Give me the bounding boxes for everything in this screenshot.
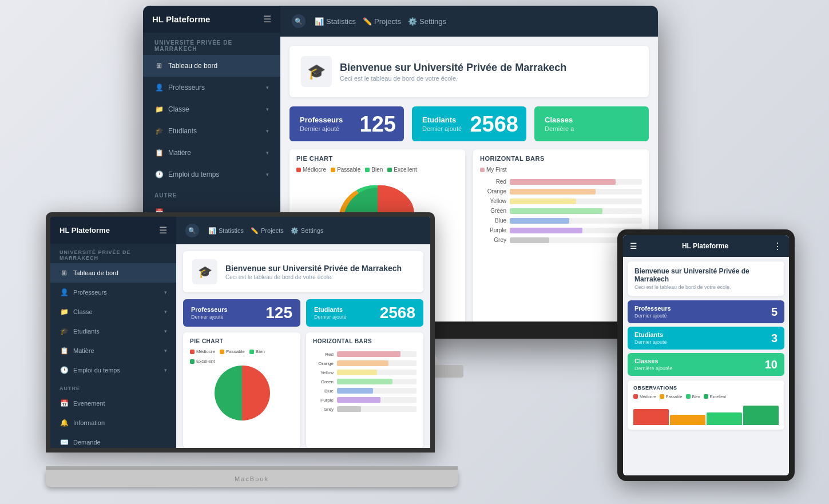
laptop-item-dashboard[interactable]: ⊞ Tableau de bord — [50, 263, 176, 283]
laptop-nav-settings[interactable]: ⚙️ Settings — [291, 227, 324, 235]
desktop-sidebar-item-emploi[interactable]: 🕐 Emploi du temps ▾ — [143, 164, 280, 185]
tablet-obs-bar-bien — [707, 412, 742, 425]
desktop-hamburger[interactable]: ☰ — [263, 14, 271, 25]
tablet-stats: Professeurs Dernier ajouté 5 Etudiants D… — [628, 300, 784, 376]
laptop-item-matiere[interactable]: 📋 Matière ▾ — [50, 341, 176, 360]
laptop-welcome: 🎓 Bienvenue sur Université Privée de Mar… — [183, 251, 423, 292]
hbar-green: Green — [480, 208, 642, 214]
laptop-classe-icon: 📁 — [60, 307, 69, 316]
laptop-hbar-grey: Grey — [313, 406, 417, 412]
laptop-topbar: 🔍 📊 Statistics ✏️ Projects ⚙️ Settings — [176, 217, 430, 244]
laptop-prof-icon: 👤 — [60, 288, 69, 297]
laptop-hbar-container: Red Orange Yellow — [313, 349, 417, 418]
legend-myfirst-label: My First — [486, 166, 507, 173]
desktop-nav-statistics[interactable]: 📊 Statistics — [315, 17, 356, 26]
laptop-item-etudiants[interactable]: 🎓 Etudiants ▾ — [50, 322, 176, 341]
desktop-stat-class-label: Classes — [545, 116, 638, 124]
laptop-stats: Professeurs Dernier ajouté 125 Etudiants… — [183, 299, 423, 327]
professeurs-chevron: ▾ — [266, 85, 269, 90]
emploi-icon: 🕐 — [154, 170, 164, 179]
desktop-nav-projects[interactable]: ✏️ Projects — [363, 17, 401, 26]
laptop-stat-prof: Professeurs Dernier ajouté 125 — [183, 299, 300, 327]
tablet-observations: OBSERVATIONS Médiocre Passable Bien Exce… — [628, 380, 784, 430]
laptop-item-emploi[interactable]: 🕐 Emploi du temps ▾ — [50, 360, 176, 380]
desktop-emploi-label: Emploi du temps — [168, 170, 266, 178]
tablet-more-icon[interactable]: ⋮ — [773, 241, 782, 252]
laptop-etud-chevron: ▾ — [164, 328, 167, 334]
laptop-dem-icon: ✉️ — [60, 438, 69, 447]
laptop-hbar-title: HORIZONTAL BARS — [313, 338, 417, 344]
laptop-item-demande[interactable]: ✉️ Demande — [50, 432, 176, 448]
laptop-brand: HL Plateforme — [60, 226, 110, 235]
desktop-matiere-label: Matière — [168, 149, 266, 157]
desktop-stat-classes: Classes Dernière a — [534, 106, 649, 141]
tablet-topbar: ☰ HL Plateforme ⋮ — [623, 235, 789, 257]
desktop-stat-etud-num: 2568 — [470, 112, 518, 136]
laptop-item-professeurs[interactable]: 👤 Professeurs ▾ — [50, 283, 176, 302]
statistics-icon: 📊 — [315, 17, 324, 26]
emploi-chevron: ▾ — [266, 172, 269, 177]
hbar-orange: Orange — [480, 188, 642, 195]
desktop-search-button[interactable]: 🔍 — [292, 14, 306, 28]
desktop-sidebar-item-etudiants[interactable]: 🎓 Etudiants ▾ — [143, 120, 280, 142]
tablet-obs-bars — [633, 402, 779, 425]
laptop-leg-bien: Bien — [249, 349, 265, 354]
laptop-search[interactable]: 🔍 — [185, 224, 199, 237]
laptop-leg-pas: Passable — [220, 349, 245, 354]
desktop-hbar-title: HORIZONTAL BARS — [480, 155, 642, 162]
tablet-obs-title: OBSERVATIONS — [633, 385, 779, 391]
laptop-item-information[interactable]: 🔔 Information — [50, 413, 176, 432]
laptop-emp-icon: 🕐 — [60, 366, 69, 375]
laptop-mat-chevron: ▾ — [164, 348, 167, 354]
desktop-stat-etudiants: Etudiants Dernier ajouté 2568 — [412, 106, 526, 141]
hbar-yellow: Yellow — [480, 198, 642, 204]
desktop-topbar-nav: 📊 Statistics ✏️ Projects ⚙️ Settings — [315, 17, 446, 26]
laptop-nav-projects[interactable]: ✏️ Projects — [251, 227, 284, 235]
laptop-item-evenement[interactable]: 📅 Evenement — [50, 394, 176, 413]
tablet-leg-bien: Bien — [686, 394, 700, 399]
laptop-hamburger[interactable]: ☰ — [159, 225, 167, 236]
desktop-sidebar-item-classe[interactable]: 📁 Classe ▾ — [143, 98, 280, 120]
laptop-mat-icon: 📋 — [60, 346, 69, 355]
laptop-topbar-nav: 📊 Statistics ✏️ Projects ⚙️ Settings — [208, 227, 324, 235]
legend-myfirst: My First — [480, 166, 507, 173]
laptop-sidebar: HL Plateforme ☰ UNIVERSITÉ PRIVÉE DE MAR… — [50, 217, 176, 448]
tablet-stat-class: Classes Dernière ajoutée 10 — [628, 353, 784, 376]
laptop-hbar-green: Green — [313, 379, 417, 384]
desktop-section2-label: AUTRE — [143, 185, 280, 201]
desktop-welcome-subtitle: Ceci est le tableau de bord de votre éco… — [340, 75, 566, 82]
legend-bien: Bien — [365, 166, 383, 173]
tablet-menu-icon[interactable]: ☰ — [630, 241, 637, 251]
laptop-emp-chevron: ▾ — [164, 367, 167, 373]
tablet-screen: ☰ HL Plateforme ⋮ Bienvenue sur Universi… — [617, 229, 795, 481]
laptop-item-classe[interactable]: 📁 Classe ▾ — [50, 302, 176, 322]
desktop-pie-legend: Médiocre Passable Bien Excellent — [296, 166, 458, 173]
matiere-icon: 📋 — [154, 148, 164, 157]
laptop-welcome-icon: 🎓 — [192, 259, 217, 284]
tablet-obs-bar-exc — [743, 406, 779, 425]
desktop-stat-professeurs: Professeurs Dernier ajouté 125 — [289, 106, 404, 141]
etudiants-chevron: ▾ — [266, 128, 269, 134]
desktop-sidebar-item-dashboard[interactable]: ⊞ Tableau de bord — [143, 55, 280, 77]
desktop-brand: HL Plateforme — [152, 14, 210, 24]
laptop: HL Plateforme ☰ UNIVERSITÉ PRIVÉE DE MAR… — [46, 212, 458, 487]
laptop-info-icon: 🔔 — [60, 418, 69, 427]
laptop-stats-icon: 📊 — [208, 227, 216, 235]
desktop-sidebar-item-matiere[interactable]: 📋 Matière ▾ — [143, 142, 280, 164]
classe-icon: 📁 — [154, 105, 164, 114]
desktop-nav-settings[interactable]: ⚙️ Settings — [408, 17, 446, 26]
laptop-pie-title: PIE CHART — [190, 338, 293, 344]
laptop-etud-icon: 🎓 — [60, 327, 69, 336]
hbar-blue: Blue — [480, 217, 642, 224]
tablet-welcome-sub: Ceci est le tableau de bord de votre éco… — [634, 284, 778, 290]
desktop-sidebar-item-professeurs[interactable]: 👤 Professeurs ▾ — [143, 77, 280, 98]
laptop-proj-icon: ✏️ — [251, 227, 259, 235]
legend-excellent: Excellent — [387, 166, 417, 173]
laptop-set-icon: ⚙️ — [291, 227, 299, 235]
laptop-screen: HL Plateforme ☰ UNIVERSITÉ PRIVÉE DE MAR… — [46, 212, 435, 453]
tablet-welcome-title: Bienvenue sur Université Privée de Marra… — [634, 267, 778, 283]
desktop-sidebar-header: HL Plateforme ☰ — [143, 6, 280, 33]
projects-icon: ✏️ — [363, 17, 372, 26]
laptop-nav-stats[interactable]: 📊 Statistics — [208, 227, 244, 235]
classe-chevron: ▾ — [266, 106, 269, 112]
